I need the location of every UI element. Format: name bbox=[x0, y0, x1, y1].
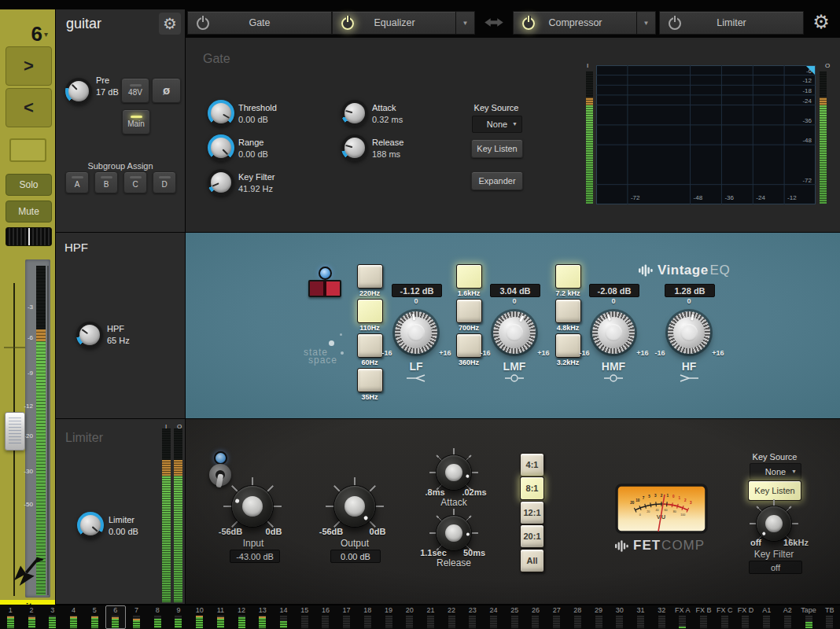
bridge-channel-7[interactable]: 7 bbox=[126, 605, 147, 629]
eq-lf-freq-button-220Hz[interactable] bbox=[357, 264, 383, 289]
bridge-channel-2[interactable]: 2 bbox=[21, 605, 42, 629]
bridge-channel-10[interactable]: 10 bbox=[189, 605, 210, 629]
gate-keyfilter-knob[interactable] bbox=[208, 169, 234, 196]
channel-settings-gear-icon[interactable] bbox=[159, 13, 181, 35]
bridge-channel-1[interactable]: 1 bbox=[0, 605, 21, 629]
gate-threshold-knob[interactable] bbox=[208, 100, 234, 127]
bridge-channel-9[interactable]: 9 bbox=[168, 605, 190, 629]
gate-expander-button[interactable]: Expander bbox=[471, 171, 523, 190]
bridge-channel-17[interactable]: 17 bbox=[336, 605, 357, 629]
bridge-channel-3[interactable]: 3 bbox=[42, 605, 63, 629]
eq-hmf-gain-knob[interactable] bbox=[592, 311, 635, 354]
fx-settings-gear-icon[interactable] bbox=[809, 10, 834, 34]
eq-lf-freq-button-35Hz[interactable] bbox=[357, 368, 383, 392]
gate-key-source-dropdown[interactable]: None bbox=[472, 116, 522, 133]
subgroup-d-button[interactable]: D bbox=[153, 171, 176, 193]
bridge-channel-18[interactable]: 18 bbox=[357, 605, 378, 629]
pre-gain-knob[interactable] bbox=[65, 78, 92, 105]
comp-ratio-button-All[interactable]: All bbox=[520, 549, 544, 572]
bridge-channel-24[interactable]: 24 bbox=[483, 605, 504, 629]
channel-number[interactable]: 6 bbox=[0, 22, 42, 46]
bridge-channel-27[interactable]: 27 bbox=[546, 605, 567, 629]
bridge-channel-A2[interactable]: A2 bbox=[777, 605, 798, 629]
bridge-channel-12[interactable]: 12 bbox=[231, 605, 252, 629]
bridge-channel-31[interactable]: 31 bbox=[630, 605, 651, 629]
mute-button[interactable]: Mute bbox=[6, 200, 52, 223]
comp-key-source-dropdown[interactable]: None bbox=[750, 463, 801, 480]
bridge-channel-TB[interactable]: TB bbox=[819, 605, 840, 629]
bridge-channel-32[interactable]: 32 bbox=[651, 605, 672, 629]
pan-wheel[interactable] bbox=[6, 227, 52, 246]
eq-hf-gain-knob[interactable] bbox=[668, 311, 710, 354]
phantom-48v-button[interactable]: 48V bbox=[121, 78, 149, 103]
bridge-channel-5[interactable]: 5 bbox=[84, 605, 105, 629]
equalizer-model-dropdown[interactable] bbox=[455, 11, 475, 35]
bridge-channel-25[interactable]: 25 bbox=[504, 605, 525, 629]
bridge-channel-A1[interactable]: A1 bbox=[756, 605, 777, 629]
limiter-knob[interactable] bbox=[77, 512, 104, 539]
swap-processors-icon[interactable] bbox=[481, 17, 507, 28]
subgroup-a-button[interactable]: A bbox=[65, 171, 89, 193]
eq-lf-freq-button-110Hz[interactable] bbox=[357, 299, 383, 323]
gate-processor-button[interactable]: Gate bbox=[187, 11, 332, 35]
bridge-channel-FX-B[interactable]: FX B bbox=[693, 605, 714, 629]
hpf-knob[interactable] bbox=[76, 322, 103, 348]
comp-ratio-button-8:1[interactable]: 8:1 bbox=[520, 476, 544, 500]
bridge-channel-16[interactable]: 16 bbox=[315, 605, 337, 629]
eq-hmf-freq-button-4.8kHz[interactable] bbox=[555, 299, 581, 323]
comp-ratio-button-12:1[interactable]: 12:1 bbox=[520, 501, 544, 524]
polarity-button[interactable]: ø bbox=[152, 78, 181, 103]
comp-ratio-button-4:1[interactable]: 4:1 bbox=[520, 453, 544, 476]
compressor-processor-button[interactable]: Compressor bbox=[513, 11, 638, 35]
eq-lmf-freq-button-1.6kHz[interactable] bbox=[456, 264, 482, 289]
eq-lmf-gain-knob[interactable] bbox=[493, 311, 536, 354]
gate-release-knob[interactable] bbox=[341, 134, 368, 161]
bridge-channel-23[interactable]: 23 bbox=[462, 605, 483, 629]
channel-scribble-box[interactable] bbox=[9, 138, 46, 162]
eq-lf-gain-knob[interactable] bbox=[395, 311, 437, 354]
bridge-channel-21[interactable]: 21 bbox=[420, 605, 441, 629]
main-assign-button[interactable]: Main bbox=[122, 109, 150, 134]
bridge-channel-8[interactable]: 8 bbox=[147, 605, 168, 629]
bridge-channel-11[interactable]: 11 bbox=[210, 605, 231, 629]
gate-key-listen-button[interactable]: Key Listen bbox=[471, 139, 523, 158]
bridge-channel-Tape[interactable]: Tape bbox=[798, 605, 820, 629]
compressor-model-dropdown[interactable] bbox=[636, 11, 656, 35]
gate-attack-knob[interactable] bbox=[341, 100, 368, 127]
equalizer-processor-button[interactable]: Equalizer bbox=[332, 11, 457, 35]
bridge-channel-20[interactable]: 20 bbox=[399, 605, 420, 629]
compressor-power-icon[interactable] bbox=[522, 17, 535, 30]
gate-power-icon[interactable] bbox=[197, 17, 209, 30]
bridge-channel-4[interactable]: 4 bbox=[63, 605, 84, 629]
bridge-channel-30[interactable]: 30 bbox=[609, 605, 630, 629]
bridge-channel-FX-A[interactable]: FX A bbox=[672, 605, 694, 629]
bridge-channel-19[interactable]: 19 bbox=[378, 605, 400, 629]
comp-key-listen-button[interactable]: Key Listen bbox=[748, 480, 801, 501]
bridge-channel-FX-C[interactable]: FX C bbox=[714, 605, 735, 629]
bridge-channel-22[interactable]: 22 bbox=[441, 605, 462, 629]
fader-cap[interactable] bbox=[5, 412, 25, 451]
bridge-channel-29[interactable]: 29 bbox=[588, 605, 610, 629]
prev-channel-button[interactable]: < bbox=[6, 88, 52, 127]
gate-range-knob[interactable] bbox=[208, 134, 234, 161]
bridge-channel-FX-D[interactable]: FX D bbox=[735, 605, 757, 629]
subgroup-c-button[interactable]: C bbox=[123, 171, 147, 193]
bridge-channel-15[interactable]: 15 bbox=[294, 605, 315, 629]
channel-select-caret-icon[interactable] bbox=[44, 30, 48, 39]
bridge-channel-6[interactable]: 6 bbox=[105, 605, 127, 629]
bridge-channel-28[interactable]: 28 bbox=[567, 605, 588, 629]
subgroup-b-button[interactable]: B bbox=[94, 171, 118, 193]
limiter-power-icon[interactable] bbox=[669, 17, 681, 30]
bridge-channel-13[interactable]: 13 bbox=[252, 605, 273, 629]
equalizer-power-icon[interactable] bbox=[341, 17, 354, 30]
next-channel-button[interactable]: > bbox=[6, 46, 52, 86]
eq-hmf-freq-button-7.2kHz[interactable] bbox=[555, 264, 581, 289]
bridge-channel-26[interactable]: 26 bbox=[525, 605, 547, 629]
gate-transfer-graph[interactable]: -72-48-36-24-12-6-12-18-24-36-48-72 bbox=[596, 65, 816, 204]
eq-power-rocker-switch[interactable] bbox=[308, 280, 341, 297]
solo-button[interactable]: Solo bbox=[6, 174, 52, 196]
comp-ratio-button-20:1[interactable]: 20:1 bbox=[520, 524, 544, 548]
bridge-channel-14[interactable]: 14 bbox=[273, 605, 294, 629]
limiter-processor-button[interactable]: Limiter bbox=[659, 11, 804, 35]
eq-lmf-freq-button-700Hz[interactable] bbox=[456, 299, 482, 323]
